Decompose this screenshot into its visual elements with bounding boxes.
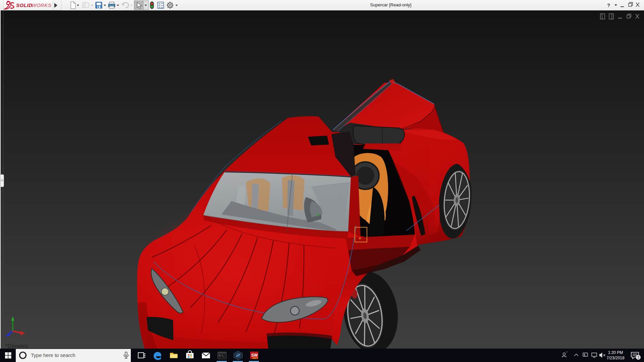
svg-text:?: ? — [607, 2, 610, 8]
svg-text:3: 3 — [638, 356, 640, 359]
svg-text:C:\_: C:\_ — [219, 354, 225, 357]
svg-text:SOLID: SOLID — [16, 2, 32, 8]
svg-text:2017: 2017 — [253, 357, 258, 359]
svg-text:WORKS: WORKS — [32, 2, 51, 8]
